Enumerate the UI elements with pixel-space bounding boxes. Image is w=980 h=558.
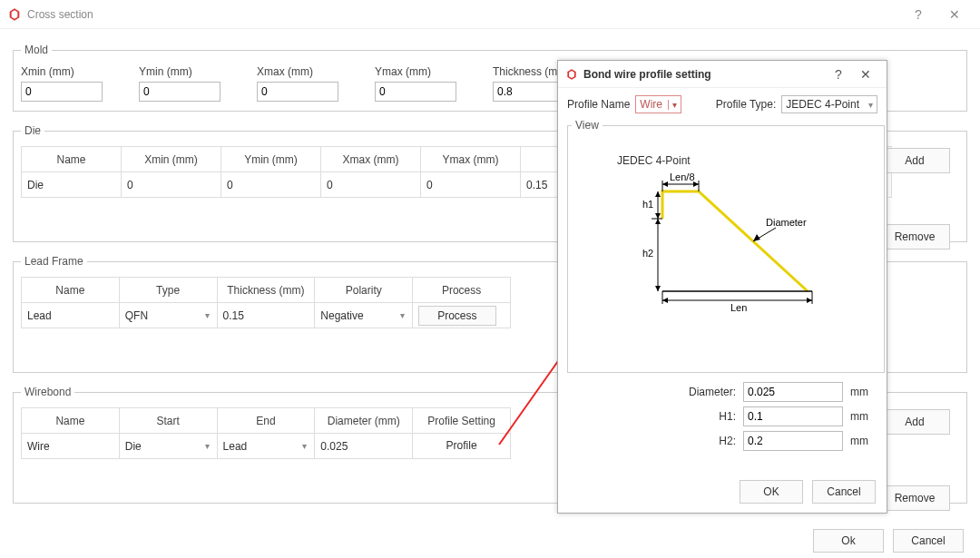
window-title: Cross section: [27, 8, 93, 21]
help-button[interactable]: ?: [900, 7, 936, 22]
diameter-input[interactable]: [743, 382, 843, 402]
die-xmin-cell[interactable]: 0: [122, 172, 221, 198]
lf-type-cell[interactable]: QFN▾: [119, 303, 217, 328]
lf-col-type: Type: [119, 278, 217, 303]
lf-col-polarity: Polarity: [315, 278, 413, 303]
h1-unit: mm: [850, 410, 877, 423]
mold-ymin-label: Ymin (mm): [139, 65, 220, 78]
mold-ymax-label: Ymax (mm): [375, 65, 456, 78]
profile-type-label: Profile Type:: [716, 98, 776, 111]
diagram-len8: Len/8: [670, 171, 695, 182]
lf-polarity-cell[interactable]: Negative▾: [315, 303, 413, 328]
die-ymin-cell[interactable]: 0: [221, 172, 321, 198]
diagram-diameter: Diameter: [766, 217, 807, 228]
profile-name-label: Profile Name: [567, 98, 630, 111]
die-col-ymax: Ymax (mm): [421, 147, 521, 172]
view-group: View JEDEC 4-Point: [567, 119, 885, 373]
die-add-button[interactable]: Add: [879, 148, 950, 173]
die-ymax-cell[interactable]: 0: [421, 172, 521, 198]
svg-marker-15: [662, 298, 668, 303]
lf-name-cell[interactable]: Lead: [22, 303, 120, 328]
lf-thk-cell[interactable]: 0.15: [217, 303, 315, 328]
diagram-h1: h1: [642, 199, 653, 210]
dialog-titlebar: Bond wire profile setting ? ✕: [558, 61, 887, 88]
diagram-title: JEDEC 4-Point: [617, 154, 691, 167]
svg-marker-6: [655, 219, 661, 224]
dialog-title: Bond wire profile setting: [583, 68, 711, 81]
wirebond-legend: Wirebond: [21, 386, 74, 398]
h1-label: H1:: [672, 410, 736, 423]
app-logo-icon: [7, 7, 22, 22]
die-col-xmin: Xmin (mm): [122, 147, 221, 172]
wb-name-cell[interactable]: Wire: [22, 434, 120, 459]
wb-start-cell[interactable]: Die▾: [119, 434, 217, 459]
leadframe-row[interactable]: Lead QFN▾ 0.15 Negative▾ Process: [22, 303, 511, 328]
mold-xmin-label: Xmin (mm): [21, 65, 103, 78]
h2-input[interactable]: [743, 431, 843, 451]
diagram-h2: h2: [642, 248, 653, 259]
close-button[interactable]: ✕: [936, 7, 973, 22]
dialog-help-button[interactable]: ?: [825, 67, 852, 82]
chevron-down-icon: ▾: [302, 441, 309, 451]
chevron-down-icon: ▾: [400, 310, 407, 320]
leadframe-table: Name Type Thickness (mm) Polarity Proces…: [21, 277, 511, 328]
wirebond-remove-button[interactable]: Remove: [879, 485, 950, 511]
app-logo-icon: [565, 68, 578, 81]
bond-wire-dialog: Bond wire profile setting ? ✕ Profile Na…: [557, 60, 887, 514]
mold-ymax-input[interactable]: [375, 82, 456, 102]
main-ok-button[interactable]: Ok: [813, 529, 884, 553]
svg-marker-3: [655, 191, 661, 197]
leadframe-legend: Lead Frame: [21, 255, 87, 268]
svg-marker-4: [655, 213, 661, 219]
chevron-down-icon: ▾: [205, 310, 211, 320]
svg-marker-7: [655, 286, 661, 291]
die-name-cell[interactable]: Die: [22, 172, 122, 198]
die-col-xmax: Xmax (mm): [321, 147, 421, 172]
wirebond-table: Name Start End Diameter (mm) Profile Set…: [21, 407, 511, 459]
wirebond-add-button[interactable]: Add: [879, 409, 950, 435]
dialog-ok-button[interactable]: OK: [740, 480, 803, 504]
chevron-down-icon: ▾: [865, 100, 873, 110]
lf-process-cell[interactable]: Process: [413, 303, 511, 328]
h2-label: H2:: [672, 435, 736, 447]
wirebond-row[interactable]: Wire Die▾ Lead▾ 0.025 Profile: [22, 434, 511, 459]
svg-marker-16: [807, 298, 812, 303]
die-legend: Die: [21, 124, 44, 137]
chevron-down-icon: ▾: [668, 100, 677, 110]
wb-col-dia: Diameter (mm): [315, 408, 413, 434]
diagram-len: Len: [730, 302, 747, 313]
mold-ymin-input[interactable]: [139, 82, 220, 102]
lf-col-process: Process: [413, 278, 511, 303]
profile-name-combo[interactable]: Wire▾: [635, 95, 681, 113]
wb-dia-cell[interactable]: 0.025: [315, 434, 413, 459]
wirebond-header-row: Name Start End Diameter (mm) Profile Set…: [22, 408, 511, 434]
main-footer: Ok Cancel: [813, 529, 964, 553]
h2-unit: mm: [850, 435, 877, 447]
diameter-label: Diameter:: [672, 386, 736, 398]
die-col-name: Name: [22, 147, 122, 172]
diameter-unit: mm: [850, 386, 877, 398]
leadframe-header-row: Name Type Thickness (mm) Polarity Proces…: [22, 278, 511, 303]
wb-col-profile: Profile Setting: [413, 408, 511, 434]
lf-col-thk: Thickness (mm): [217, 278, 315, 303]
lf-col-name: Name: [22, 278, 120, 303]
mold-xmax-label: Xmax (mm): [257, 65, 338, 78]
main-titlebar: Cross section ? ✕: [0, 0, 980, 29]
main-cancel-button[interactable]: Cancel: [893, 529, 964, 553]
svg-marker-10: [662, 181, 668, 187]
mold-xmin-input[interactable]: [21, 82, 103, 102]
mold-xmax-input[interactable]: [257, 82, 338, 102]
dialog-close-button[interactable]: ✕: [852, 67, 879, 82]
profile-type-combo[interactable]: JEDEC 4-Point▾: [781, 95, 877, 113]
mold-legend: Mold: [21, 44, 52, 56]
dialog-cancel-button[interactable]: Cancel: [812, 480, 876, 504]
die-col-ymin: Ymin (mm): [221, 147, 321, 172]
wb-col-name: Name: [22, 408, 120, 434]
chevron-down-icon: ▾: [205, 441, 211, 451]
wb-end-cell[interactable]: Lead▾: [217, 434, 315, 459]
wb-profile-cell[interactable]: Profile: [413, 434, 511, 459]
wb-col-start: Start: [119, 408, 217, 434]
die-xmax-cell[interactable]: 0: [321, 172, 421, 198]
h1-input[interactable]: [743, 406, 843, 426]
die-remove-button[interactable]: Remove: [879, 224, 950, 250]
